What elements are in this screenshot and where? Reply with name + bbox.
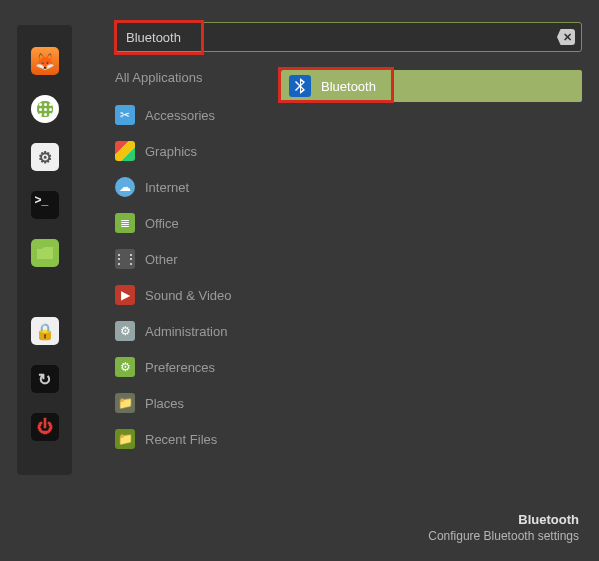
menu-main: ✕ All Applications ✂AccessoriesGraphics☁… — [115, 22, 582, 561]
app-subtitle: Configure Bluetooth settings — [428, 529, 579, 543]
category-icon: ▶ — [115, 285, 135, 305]
category-preferences[interactable]: ⚙Preferences — [115, 357, 265, 377]
category-icon — [115, 141, 135, 161]
category-internet[interactable]: ☁Internet — [115, 177, 265, 197]
category-all-applications[interactable]: All Applications — [115, 70, 265, 85]
favorites-sidebar: 🦊 ⚙ >_ 🔒 ↻ ⏻ — [17, 25, 72, 475]
clear-search-icon[interactable]: ✕ — [557, 29, 575, 45]
category-icon: ✂ — [115, 105, 135, 125]
category-icon: 📁 — [115, 429, 135, 449]
category-icon: 📁 — [115, 393, 135, 413]
category-label: Preferences — [145, 360, 215, 375]
result-label: Bluetooth — [321, 79, 376, 94]
category-label: Recent Files — [145, 432, 217, 447]
apps-grid-icon[interactable] — [31, 95, 59, 123]
terminal-icon[interactable]: >_ — [31, 191, 59, 219]
result-bluetooth[interactable]: Bluetooth — [281, 70, 582, 102]
search-field[interactable]: ✕ — [115, 22, 582, 52]
app-description: Bluetooth Configure Bluetooth settings — [428, 512, 579, 543]
category-label: Office — [145, 216, 179, 231]
category-recent-files[interactable]: 📁Recent Files — [115, 429, 265, 449]
search-input[interactable] — [116, 23, 557, 51]
category-label: Internet — [145, 180, 189, 195]
files-icon[interactable] — [31, 239, 59, 267]
category-label: All Applications — [115, 70, 202, 85]
category-administration[interactable]: ⚙Administration — [115, 321, 265, 341]
bluetooth-icon — [289, 75, 311, 97]
category-other[interactable]: ⋮⋮Other — [115, 249, 265, 269]
category-graphics[interactable]: Graphics — [115, 141, 265, 161]
category-label: Places — [145, 396, 184, 411]
category-icon: ☁ — [115, 177, 135, 197]
category-icon: ⚙ — [115, 357, 135, 377]
category-places[interactable]: 📁Places — [115, 393, 265, 413]
category-sound-video[interactable]: ▶Sound & Video — [115, 285, 265, 305]
category-label: Graphics — [145, 144, 197, 159]
lock-icon[interactable]: 🔒 — [31, 317, 59, 345]
category-label: Other — [145, 252, 178, 267]
firefox-icon[interactable]: 🦊 — [31, 47, 59, 75]
category-icon: ⋮⋮ — [115, 249, 135, 269]
category-list: All Applications ✂AccessoriesGraphics☁In… — [115, 70, 265, 449]
category-office[interactable]: ≣Office — [115, 213, 265, 233]
category-accessories[interactable]: ✂Accessories — [115, 105, 265, 125]
category-icon: ⚙ — [115, 321, 135, 341]
category-label: Administration — [145, 324, 227, 339]
power-icon[interactable]: ⏻ — [31, 413, 59, 441]
category-label: Sound & Video — [145, 288, 232, 303]
update-icon[interactable]: ↻ — [31, 365, 59, 393]
category-label: Accessories — [145, 108, 215, 123]
category-icon: ≣ — [115, 213, 135, 233]
app-title: Bluetooth — [428, 512, 579, 527]
results-list: Bluetooth — [281, 70, 582, 449]
settings-icon[interactable]: ⚙ — [31, 143, 59, 171]
